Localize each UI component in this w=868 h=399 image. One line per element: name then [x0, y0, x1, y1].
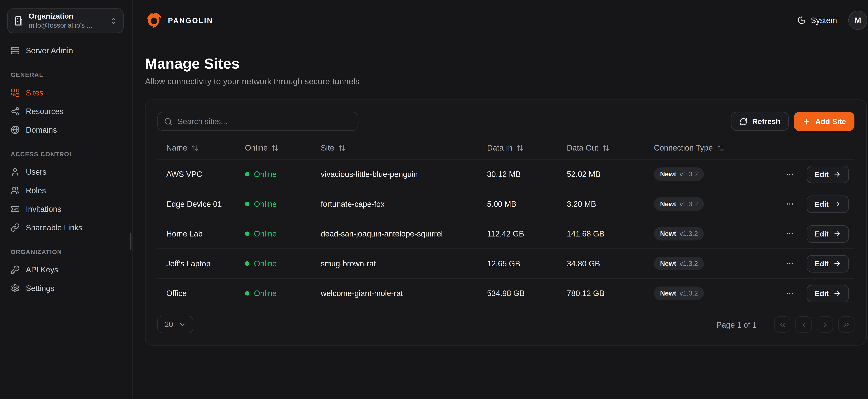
site-id: welcome-giant-mole-rat	[321, 289, 403, 298]
sidebar-item-label: Users	[26, 167, 46, 176]
theme-toggle-label: System	[811, 16, 837, 25]
sidebar-item-users[interactable]: Users	[7, 162, 125, 181]
toolbar-actions: Refresh Add Site	[731, 112, 855, 131]
site-name: Home Lab	[166, 229, 203, 238]
page-subtitle: Allow connectivity to your network throu…	[145, 76, 867, 86]
theme-toggle-button[interactable]: System	[797, 16, 837, 25]
table-row: Office Online welcome-giant-mole-rat 534…	[157, 278, 855, 308]
brand-text: PANGOLIN	[168, 16, 213, 25]
sidebar-item-api-keys[interactable]: API Keys	[7, 260, 125, 279]
online-status-text: Online	[254, 289, 277, 298]
connection-name: Newt	[660, 170, 676, 178]
sidebar-item-label: Roles	[26, 186, 46, 195]
edit-label: Edit	[815, 229, 829, 238]
data-out-value: 34.80 GB	[567, 259, 600, 268]
edit-button[interactable]: Edit	[807, 165, 849, 183]
chevron-down-icon	[179, 321, 186, 328]
add-site-button[interactable]: Add Site	[794, 112, 855, 131]
row-menu-button[interactable]	[785, 170, 795, 179]
sidebar-item-label: Domains	[26, 125, 57, 134]
main-area: PANGOLIN System M Manage Sites Allow con…	[133, 0, 868, 399]
connection-type-badge: Newt v1.3.2	[654, 286, 704, 300]
column-header-name[interactable]: Name	[157, 143, 236, 152]
connection-type-badge: Newt v1.3.2	[654, 197, 704, 211]
table-body: AWS VPC Online vivacious-little-blue-pen…	[157, 159, 855, 308]
refresh-icon	[739, 117, 748, 126]
page-title: Manage Sites	[145, 55, 867, 72]
refresh-label: Refresh	[752, 117, 780, 126]
online-status-dot	[245, 291, 249, 296]
connection-name: Newt	[660, 259, 676, 267]
avatar[interactable]: M	[848, 10, 867, 30]
sidebar-item-roles[interactable]: Roles	[7, 181, 125, 200]
row-menu-button[interactable]	[785, 200, 795, 209]
share-icon	[10, 106, 20, 116]
page-indicator: Page 1 of 1	[716, 320, 757, 329]
data-out-value: 780.12 GB	[567, 289, 604, 298]
connection-name: Newt	[660, 230, 676, 238]
table-row: Jeff's Laptop Online smug-brown-rat 12.6…	[157, 248, 855, 278]
sites-table: Name Online Site Data In Data Out Connec…	[157, 136, 855, 308]
pangolin-logo-icon	[146, 12, 163, 29]
sort-icon	[717, 144, 724, 151]
edit-button[interactable]: Edit	[807, 225, 849, 242]
sort-icon	[191, 144, 198, 151]
pagination-controls: Page 1 of 1	[716, 316, 855, 333]
ticket-check-icon	[10, 204, 20, 213]
sidebar-item-label: Sites	[26, 88, 43, 97]
column-header-data-in[interactable]: Data In	[478, 143, 558, 152]
section-title-access-control: ACCESS CONTROL	[7, 146, 125, 162]
search-input[interactable]	[178, 117, 352, 126]
org-selector-texts: Organization milo@fossorial.io's ...	[29, 12, 104, 30]
sidebar-item-resources[interactable]: Resources	[7, 102, 125, 120]
org-selector-value: milo@fossorial.io's ...	[29, 21, 104, 30]
sidebar-item-domains[interactable]: Domains	[7, 120, 125, 139]
site-id: smug-brown-rat	[321, 259, 376, 268]
connection-name: Newt	[660, 289, 676, 297]
edit-button[interactable]: Edit	[807, 255, 849, 272]
column-header-connection-type[interactable]: Connection Type	[645, 143, 773, 152]
chevron-up-down-icon	[110, 17, 117, 25]
data-in-value: 30.12 MB	[487, 170, 521, 179]
data-out-value: 52.02 MB	[567, 170, 600, 179]
edit-label: Edit	[815, 170, 829, 179]
gear-icon	[10, 283, 20, 293]
org-selector[interactable]: Organization milo@fossorial.io's ...	[7, 8, 124, 33]
sites-card: Refresh Add Site Name Online Site Data I…	[145, 99, 867, 345]
column-header-online[interactable]: Online	[236, 143, 312, 152]
sidebar-scrollbar-thumb[interactable]	[130, 233, 132, 250]
online-status-text: Online	[254, 170, 277, 179]
connection-type-badge: Newt v1.3.2	[654, 167, 704, 181]
first-page-button[interactable]	[774, 316, 790, 333]
connection-version: v1.3.2	[679, 259, 698, 267]
online-status-text: Online	[254, 200, 277, 209]
last-page-button[interactable]	[838, 316, 855, 333]
site-name: Office	[166, 289, 187, 298]
sidebar-item-invitations[interactable]: Invitations	[7, 200, 125, 218]
site-name: AWS VPC	[166, 170, 202, 179]
column-header-site[interactable]: Site	[312, 143, 478, 152]
refresh-button[interactable]: Refresh	[731, 112, 789, 131]
sidebar-item-server-admin[interactable]: Server Admin	[7, 41, 125, 60]
plus-icon	[802, 117, 811, 126]
sort-icon	[516, 144, 524, 151]
arrow-right-icon	[833, 200, 841, 208]
connection-name: Newt	[660, 200, 676, 208]
data-out-value: 141.68 GB	[567, 229, 604, 238]
row-menu-button[interactable]	[785, 289, 795, 298]
row-menu-button[interactable]	[785, 229, 795, 238]
column-header-data-out[interactable]: Data Out	[558, 143, 645, 152]
page-size-select[interactable]: 20	[157, 316, 193, 333]
sidebar-item-sites[interactable]: Sites	[7, 83, 125, 102]
row-menu-button[interactable]	[785, 259, 795, 268]
online-status-dot	[245, 172, 249, 176]
sidebar-item-shareable-links[interactable]: Shareable Links	[7, 218, 125, 237]
sidebar-item-settings[interactable]: Settings	[7, 279, 125, 297]
moon-icon	[797, 16, 806, 25]
next-page-button[interactable]	[817, 316, 833, 333]
sites-icon	[10, 88, 20, 97]
link-icon	[10, 223, 20, 232]
edit-button[interactable]: Edit	[807, 195, 849, 213]
prev-page-button[interactable]	[796, 316, 812, 333]
edit-button[interactable]: Edit	[807, 284, 849, 302]
